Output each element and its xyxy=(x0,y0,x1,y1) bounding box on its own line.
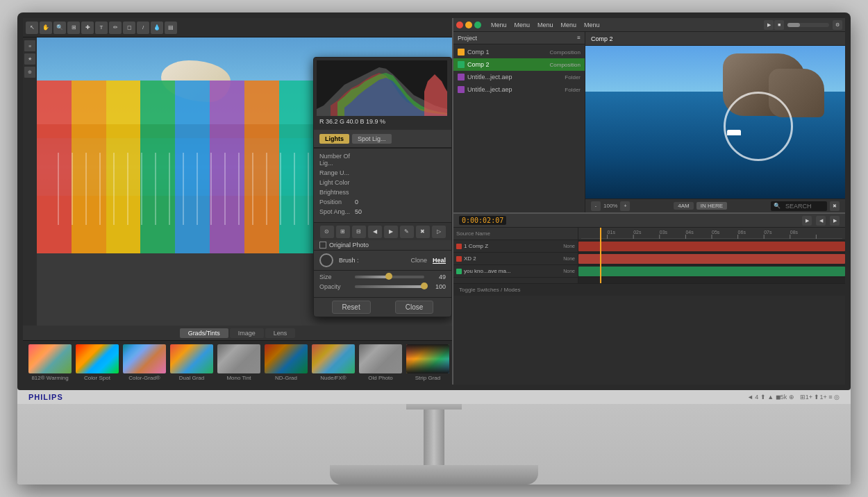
close-dot[interactable] xyxy=(456,22,463,28)
thumb-color-grad[interactable]: Color-Grad® xyxy=(123,344,166,381)
thumb-strip-grad[interactable]: Strip Grad xyxy=(406,344,449,381)
tool-btn-6[interactable]: ✎ xyxy=(400,226,414,238)
close-button[interactable]: Close xyxy=(395,301,434,314)
source-name-header: Source Name xyxy=(456,230,490,237)
svg-text:07s: 07s xyxy=(764,230,772,235)
ae-timeline-body: Source Name 1 Comp Z None xyxy=(453,228,845,283)
lr-header: Lights Spot Lig... xyxy=(314,130,451,148)
layer-0-color xyxy=(456,244,462,249)
tool-btn-4[interactable]: ◀ xyxy=(368,226,382,238)
layers-tool[interactable]: ≡ xyxy=(24,40,35,51)
clone-button[interactable]: Clone xyxy=(410,257,427,264)
tab-lens[interactable]: Lens xyxy=(265,328,296,338)
project-menu-icon[interactable]: ≡ xyxy=(577,35,581,41)
track-bar-0[interactable] xyxy=(578,242,845,251)
crop-tool[interactable]: ⊞ xyxy=(67,22,80,34)
zoom-out-btn[interactable]: - xyxy=(591,201,601,211)
opacity-slider[interactable] xyxy=(355,285,424,288)
light-color-row: Light Color xyxy=(319,179,446,186)
track-0 xyxy=(578,240,845,253)
zoom-in-btn[interactable]: + xyxy=(620,201,630,211)
pen-tool[interactable]: / xyxy=(137,22,149,34)
project-item-comp1[interactable]: Comp 1 Composition xyxy=(453,46,585,58)
viewer-title: Comp 2 xyxy=(591,35,613,42)
ae-viewer-content xyxy=(585,46,845,199)
tool-btn-7[interactable]: ✖ xyxy=(416,226,430,238)
lights-button[interactable]: Lights xyxy=(319,134,349,144)
menu-item-1[interactable]: Menu xyxy=(487,18,510,31)
menu-item-5[interactable]: Menu xyxy=(581,18,603,31)
tl-play-btn[interactable]: ▶ xyxy=(802,216,812,226)
tab-image[interactable]: Image xyxy=(230,328,264,338)
brush-tool[interactable]: ✏ xyxy=(109,22,122,34)
menu-item-3[interactable]: Menu xyxy=(534,18,557,31)
playback-slider[interactable] xyxy=(787,23,829,27)
range-label: Range U... xyxy=(319,169,351,176)
gradient-tool[interactable]: ▤ xyxy=(165,22,177,34)
original-photo-checkbox[interactable] xyxy=(319,242,326,248)
thumb-dual-grad[interactable]: Dual Grad xyxy=(170,344,213,381)
search-input[interactable] xyxy=(783,202,824,210)
inhere-button[interactable]: IN HERE xyxy=(696,202,727,210)
ae-viewer-header: Comp 2 xyxy=(585,32,845,46)
project-item-comp2[interactable]: Comp 2 Composition xyxy=(453,58,585,71)
thumb-mono-tint[interactable]: Mono Tint xyxy=(217,344,260,381)
thumb-color-spot[interactable]: Color Spot xyxy=(76,344,119,381)
power-btn[interactable]: ◄ 4 ⬆ ▲ ◼5k ⊕ xyxy=(747,394,794,401)
eyedrop-tool[interactable]: 💧 xyxy=(151,22,163,34)
menu-item-2[interactable]: Menu xyxy=(511,18,534,31)
maximize-dot[interactable] xyxy=(474,22,481,28)
heal-button[interactable]: Heal xyxy=(433,257,446,264)
4am-button[interactable]: 4AM xyxy=(674,202,693,210)
thumb-old-photo[interactable]: Old Photo xyxy=(359,344,402,381)
tool-btn-1[interactable]: ⊙ xyxy=(320,226,334,238)
tl-next-btn[interactable]: ▶ xyxy=(830,216,840,226)
tl-prev-btn[interactable]: ◀ xyxy=(816,216,826,226)
track-bar-2[interactable] xyxy=(578,267,845,276)
svg-text:08s: 08s xyxy=(790,230,799,235)
spot-light-button[interactable]: Spot Lig... xyxy=(352,134,392,144)
track-2 xyxy=(578,265,845,278)
settings-icon[interactable]: ⚙ xyxy=(833,20,842,30)
tool-btn-3[interactable]: ⊟ xyxy=(352,226,366,238)
tool-btn-8[interactable]: ▷ xyxy=(432,226,446,238)
effects-tool[interactable]: ★ xyxy=(24,53,35,65)
tab-grads-tints[interactable]: Grads/Tints xyxy=(180,328,228,338)
left-toolbar: ↖ ✋ 🔍 ⊞ ✚ T ✏ ◻ / 💧 ▤ xyxy=(23,18,452,37)
size-slider[interactable] xyxy=(355,276,424,278)
zoom-tool[interactable]: 🔍 xyxy=(53,22,66,34)
track-bar-1[interactable] xyxy=(578,254,845,264)
play-button[interactable]: ▶ xyxy=(764,20,774,30)
tool-btn-2[interactable]: ⊞ xyxy=(336,226,350,238)
layer-1-controls: None xyxy=(478,256,575,261)
histogram-values: R 36.2 G 40.0 B 19.9 % xyxy=(317,116,449,127)
arrow-tool[interactable]: ↖ xyxy=(26,22,38,34)
layer-row-2[interactable]: you kno...ave ma... None xyxy=(453,265,578,278)
spot-angle-label: Spot Ang... xyxy=(319,208,351,215)
toggle-switches-label: Toggle Switches / Modes xyxy=(459,287,521,293)
close-search-btn[interactable]: ✖ xyxy=(830,201,840,211)
menu-item-4[interactable]: Menu xyxy=(558,18,581,31)
ae-timeline: 0:00:02:07 ▶ ◀ ▶ Source Name xyxy=(453,212,845,296)
text-tool[interactable]: T xyxy=(95,22,108,34)
stop-button[interactable]: ■ xyxy=(774,20,784,30)
layer-row-1[interactable]: XD 2 None xyxy=(453,253,578,265)
light-color-label: Light Color xyxy=(319,179,351,186)
right-controls[interactable]: ⊞1+ ⬆1+ ≡ ◎ xyxy=(800,394,840,401)
minimize-dot[interactable] xyxy=(465,22,472,28)
monitor-stand-top xyxy=(406,404,462,410)
thumb-nude-fx[interactable]: Nude/FX® xyxy=(312,344,355,381)
layer-row-0[interactable]: 1 Comp Z None xyxy=(453,240,578,253)
thumb-nd-grad[interactable]: ND-Grad xyxy=(265,344,308,381)
heal-tool[interactable]: ✚ xyxy=(81,22,94,34)
lr-adjustment-panel: R 36.2 G 40.0 B 19.9 % Lights Spot Lig..… xyxy=(313,57,452,317)
layer-0-name: 1 Comp Z xyxy=(464,243,488,249)
project-item-folder2[interactable]: Untitle...ject.aep Folder xyxy=(453,83,585,96)
hand-tool[interactable]: ✋ xyxy=(40,22,52,34)
adjust-tool[interactable]: ⊕ xyxy=(24,67,35,78)
tool-btn-5[interactable]: ▶ xyxy=(384,226,398,238)
thumb-warming[interactable]: 812® Warming xyxy=(28,344,72,381)
shape-tool[interactable]: ◻ xyxy=(123,22,135,34)
reset-button[interactable]: Reset xyxy=(332,301,371,314)
project-item-folder1[interactable]: Untitle...ject.aep Folder xyxy=(453,71,585,83)
